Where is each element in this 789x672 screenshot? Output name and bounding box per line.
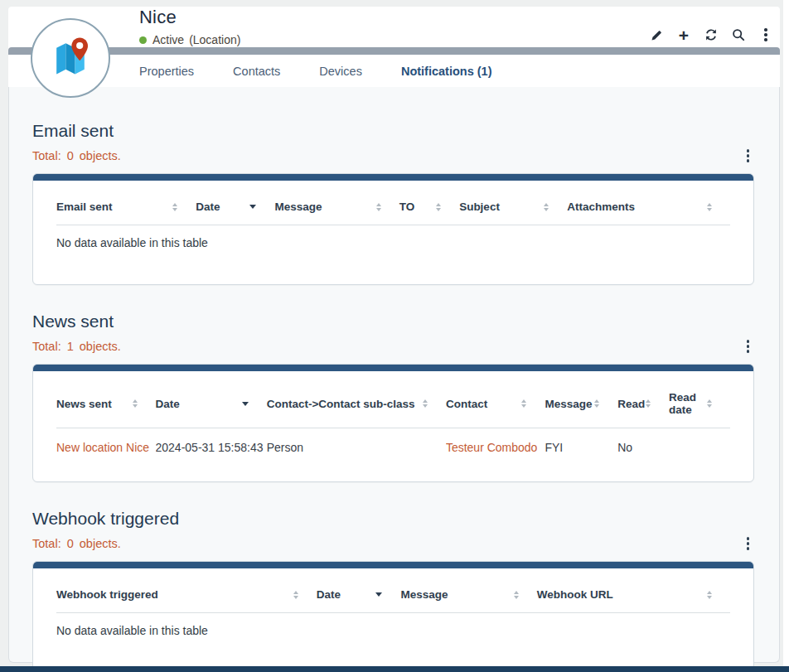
column-header-date[interactable]: Date [317, 588, 401, 601]
table-header-row: News sentDateContact->Contact sub-classC… [56, 371, 730, 428]
section-title: News sent [32, 311, 754, 332]
add-button[interactable]: + [674, 25, 694, 45]
sort-icon [594, 399, 599, 408]
section-total-row: Total: 0 objects. [32, 148, 754, 163]
tab-contacts[interactable]: Contacts [233, 65, 280, 78]
column-header-message[interactable]: Message [400, 588, 536, 601]
datatable-top-accent [33, 562, 753, 568]
column-header-message[interactable]: Message [545, 391, 617, 416]
section-menu-kebab-icon[interactable] [742, 535, 755, 552]
column-label: Webhook triggered [56, 588, 158, 601]
location-map-icon [47, 33, 94, 83]
section-menu-kebab-icon[interactable] [742, 338, 755, 355]
column-label: Message [545, 398, 592, 410]
tabs-top-stripe [8, 47, 780, 55]
sort-icon [521, 399, 526, 408]
kebab-icon [764, 28, 767, 41]
sort-icon [707, 591, 712, 599]
status-text: Active [152, 33, 184, 46]
sort-desc-icon [242, 402, 249, 406]
column-label: Date [156, 398, 180, 410]
cell-text: 2024-05-31 15:58:43 [156, 441, 267, 454]
section-total: Total: 0 objects. [32, 149, 121, 162]
column-header-message[interactable]: Message [274, 201, 399, 213]
column-header-read-date[interactable]: Read date [669, 391, 730, 416]
cell-link[interactable]: Testeur Combodo [446, 441, 545, 454]
cell-link[interactable]: New location Nice [56, 441, 156, 454]
refresh-button[interactable] [701, 25, 721, 45]
object-details-page: Nice Active (Location) + [0, 0, 789, 672]
table-header-row: Email sentDateMessageTOSubjectAttachment… [56, 181, 730, 225]
status-line: Active (Location) [139, 33, 240, 46]
search-icon [732, 28, 745, 41]
scrollbar[interactable] [783, 0, 789, 666]
column-header-date[interactable]: Date [156, 391, 267, 416]
column-header-webhook-url[interactable]: Webhook URL [537, 588, 730, 601]
column-header-attachments[interactable]: Attachments [567, 201, 730, 213]
table-row: New location Nice2024-05-31 15:58:43Pers… [56, 428, 730, 481]
cell-text [669, 441, 730, 454]
refresh-icon [704, 28, 718, 41]
column-header-subject[interactable]: Subject [459, 201, 567, 213]
column-header-contact-contact-sub-class[interactable]: Contact->Contact sub-class [267, 391, 446, 416]
sort-icon [172, 203, 177, 211]
datatable-top-accent [33, 365, 753, 371]
empty-table-message: No data available in this table [56, 225, 730, 284]
bottom-accent-bar [0, 666, 789, 672]
section-title: Email sent [32, 120, 754, 142]
sort-icon [293, 591, 298, 599]
datatable: Webhook triggeredDateMessageWebhook URL … [33, 568, 753, 672]
column-header-read[interactable]: Read [617, 391, 669, 416]
column-header-contact[interactable]: Contact [446, 391, 545, 416]
notification-section: News sent Total: 1 objects. News sentDat… [32, 311, 754, 482]
datatable: Email sentDateMessageTOSubjectAttachment… [33, 181, 753, 284]
tab-notifications-1[interactable]: Notifications (1) [401, 65, 492, 78]
column-header-email-sent[interactable]: Email sent [56, 201, 196, 213]
column-label: Attachments [567, 201, 635, 213]
cell-text: No [617, 441, 669, 454]
table-body: No data available in this table [56, 225, 730, 284]
notifications-tab-panel: Email sent Total: 0 objects. Email sentD… [8, 87, 780, 663]
datatable: News sentDateContact->Contact sub-classC… [33, 371, 753, 481]
table-header-row: Webhook triggeredDateMessageWebhook URL [56, 568, 730, 613]
sort-icon [514, 591, 519, 599]
column-header-news-sent[interactable]: News sent [56, 391, 156, 416]
empty-table-message: No data available in this table [56, 613, 730, 672]
object-toolbar: + [646, 25, 776, 45]
more-actions-button[interactable] [756, 25, 776, 45]
column-header-date[interactable]: Date [196, 201, 274, 213]
column-label: Message [400, 588, 448, 601]
column-label: Message [274, 201, 322, 213]
section-total: Total: 1 objects. [32, 340, 121, 353]
tab-properties[interactable]: Properties [139, 65, 194, 78]
section-total-row: Total: 1 objects. [32, 339, 754, 354]
column-label: Subject [459, 201, 500, 213]
sort-icon [707, 399, 712, 408]
tab-bar: PropertiesContactsDevicesNotifications (… [8, 55, 780, 87]
column-label: Webhook URL [537, 588, 613, 601]
tab-devices[interactable]: Devices [319, 65, 362, 78]
pencil-icon [651, 29, 663, 41]
section-total-row: Total: 0 objects. [32, 536, 754, 551]
table-body: New location Nice2024-05-31 15:58:43Pers… [56, 428, 730, 481]
avatar [31, 18, 110, 98]
column-label: Contact [446, 398, 487, 410]
sort-icon [423, 399, 428, 408]
column-label: Date [317, 588, 341, 601]
sort-desc-icon [375, 592, 382, 597]
section-menu-kebab-icon[interactable] [742, 147, 755, 164]
section-total: Total: 0 objects. [32, 537, 121, 550]
search-button[interactable] [728, 25, 748, 45]
column-header-to[interactable]: TO [399, 201, 459, 213]
column-header-webhook-triggered[interactable]: Webhook triggered [56, 588, 317, 601]
edit-button[interactable] [646, 25, 666, 45]
cell-text: Person [267, 441, 446, 454]
column-label: Date [196, 201, 220, 213]
sort-icon [133, 399, 138, 408]
column-label: Read [617, 398, 645, 410]
sort-icon [376, 203, 381, 211]
plus-icon: + [679, 27, 689, 44]
datatable-top-accent [33, 174, 753, 181]
column-label: Read date [669, 391, 707, 416]
object-class-label: (Location) [189, 33, 240, 46]
